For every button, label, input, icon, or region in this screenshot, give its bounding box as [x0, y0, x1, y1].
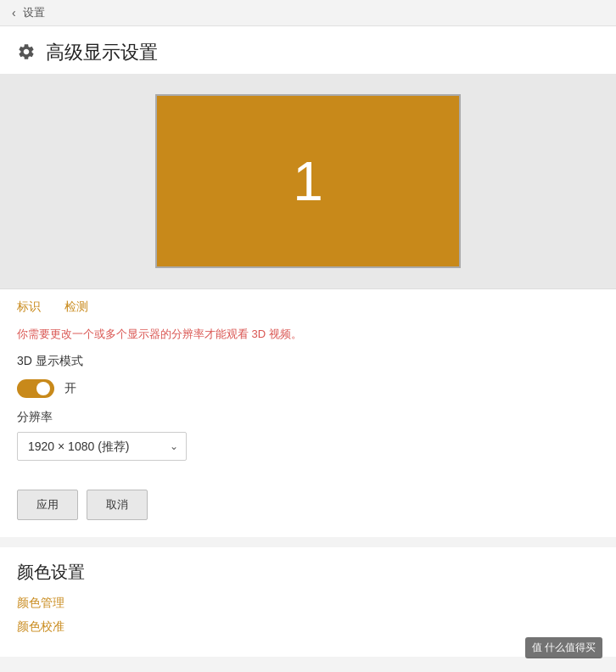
3d-toggle[interactable]: [17, 379, 54, 398]
resolution-select-wrapper: 1920 × 1080 (推荐) 1600 × 900 1280 × 720 1…: [17, 432, 187, 461]
3d-display-section: 3D 显示模式 开 分辨率 1920 × 1080 (推荐) 1600 × 90…: [0, 345, 616, 481]
toggle-thumb: [36, 382, 50, 395]
toggle-row: 开: [17, 376, 599, 405]
warning-message: 你需要更改一个或多个显示器的分辨率才能观看 3D 视频。: [17, 328, 302, 340]
color-section: 颜色设置 颜色管理 颜色校准: [0, 547, 616, 657]
color-calibration-link[interactable]: 颜色校准: [17, 619, 599, 635]
back-arrow[interactable]: ‹: [12, 6, 16, 20]
gear-icon: [17, 42, 36, 64]
toggle-state-label: 开: [64, 381, 76, 396]
monitor-area: 1: [0, 74, 616, 289]
color-section-title: 颜色设置: [17, 561, 599, 584]
monitor-box: 1: [155, 94, 461, 268]
apply-button[interactable]: 应用: [17, 490, 78, 520]
resolution-label: 分辨率: [17, 405, 599, 425]
color-management-link[interactable]: 颜色管理: [17, 596, 599, 611]
page-header: 高级显示设置: [0, 26, 616, 74]
toggle-track: [17, 379, 54, 398]
warning-text: 你需要更改一个或多个显示器的分辨率才能观看 3D 视频。: [0, 320, 616, 345]
3d-mode-label: 3D 显示模式: [17, 354, 599, 369]
section-divider: [0, 537, 616, 547]
monitor-number: 1: [293, 150, 323, 213]
page-title: 高级显示设置: [46, 40, 158, 65]
detect-link[interactable]: 检测: [64, 300, 88, 315]
resolution-select[interactable]: 1920 × 1080 (推荐) 1600 × 900 1280 × 720 1…: [17, 432, 187, 461]
button-row: 应用 取消: [0, 481, 616, 537]
gear-icon-svg: [17, 42, 36, 61]
top-bar: ‹ 设置: [0, 0, 616, 26]
cancel-button[interactable]: 取消: [87, 490, 148, 520]
identify-detect-row: 标识 检测: [0, 289, 616, 320]
identify-link[interactable]: 标识: [17, 300, 41, 315]
breadcrumb: 设置: [23, 5, 45, 20]
